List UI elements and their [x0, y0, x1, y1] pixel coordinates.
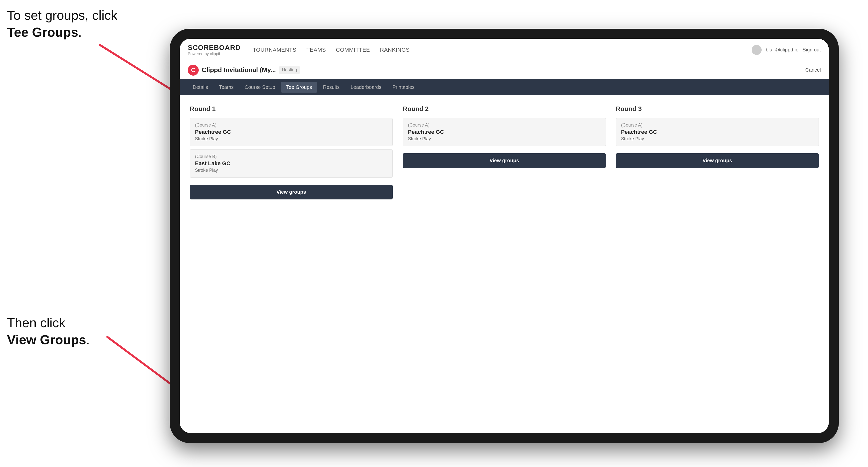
user-area: blair@clippd.io Sign out — [752, 45, 821, 55]
round-1-course-a-name: Peachtree GC — [195, 129, 388, 135]
nav-committee[interactable]: COMMITTEE — [336, 45, 370, 55]
instruction-top-bold: Tee Groups — [7, 25, 78, 39]
nav-teams[interactable]: TEAMS — [306, 45, 326, 55]
tournament-logo: C — [188, 65, 199, 75]
round-3-column: Round 3 (Course A) Peachtree GC Stroke P… — [616, 105, 819, 199]
top-nav: SCOREBOARD Powered by clippit TOURNAMENT… — [180, 39, 829, 61]
tab-teams[interactable]: Teams — [214, 82, 239, 93]
round-2-view-groups-button[interactable]: View groups — [403, 153, 606, 168]
instruction-bottom-bold: View Groups — [7, 333, 86, 347]
user-email: blair@clippd.io — [766, 47, 798, 53]
tab-bar: Details Teams Course Setup Tee Groups Re… — [180, 79, 829, 95]
round-3-course-a-name: Peachtree GC — [621, 129, 813, 135]
logo: SCOREBOARD — [188, 44, 241, 52]
round-2-course-a-name: Peachtree GC — [408, 129, 600, 135]
round-2-course-a-label: (Course A) — [408, 123, 600, 128]
sign-out-link[interactable]: Sign out — [803, 47, 821, 53]
round-2-column: Round 2 (Course A) Peachtree GC Stroke P… — [403, 105, 606, 199]
round-1-column: Round 1 (Course A) Peachtree GC Stroke P… — [190, 105, 393, 199]
round-3-course-a-format: Stroke Play — [621, 136, 813, 142]
sub-nav: C Clippd Invitational (My... Hosting Can… — [180, 61, 829, 79]
round-1-course-b-label: (Course B) — [195, 154, 388, 159]
rounds-container: Round 1 (Course A) Peachtree GC Stroke P… — [190, 105, 819, 199]
round-2-title: Round 2 — [403, 105, 606, 113]
nav-rankings[interactable]: RANKINGS — [380, 45, 410, 55]
cancel-button[interactable]: Cancel — [805, 67, 821, 73]
round-2-course-a-format: Stroke Play — [408, 136, 600, 142]
round-1-view-groups-button[interactable]: View groups — [190, 185, 393, 199]
tab-course-setup[interactable]: Course Setup — [240, 82, 280, 93]
round-1-course-a-label: (Course A) — [195, 123, 388, 128]
logo-text: SCOREBOARD — [188, 44, 241, 52]
round-3-course-a-card: (Course A) Peachtree GC Stroke Play — [616, 118, 819, 146]
nav-tournaments[interactable]: TOURNAMENTS — [253, 45, 296, 55]
content-area: Round 1 (Course A) Peachtree GC Stroke P… — [180, 95, 829, 433]
round-1-course-b-name: East Lake GC — [195, 160, 388, 167]
round-2-course-a-card: (Course A) Peachtree GC Stroke Play — [403, 118, 606, 146]
tournament-title: C Clippd Invitational (My... Hosting — [188, 65, 805, 75]
tab-tee-groups[interactable]: Tee Groups — [281, 82, 317, 93]
round-1-course-a-card: (Course A) Peachtree GC Stroke Play — [190, 118, 393, 146]
tablet-screen: SCOREBOARD Powered by clippit TOURNAMENT… — [180, 39, 829, 433]
tab-leaderboards[interactable]: Leaderboards — [345, 82, 386, 93]
instruction-top: To set groups, click Tee Groups. — [7, 7, 117, 41]
round-3-course-a-label: (Course A) — [621, 123, 813, 128]
round-1-title: Round 1 — [190, 105, 393, 113]
tournament-name: Clippd Invitational (My... — [202, 66, 276, 74]
tab-details[interactable]: Details — [188, 82, 213, 93]
round-1-course-b-format: Stroke Play — [195, 168, 388, 173]
round-3-view-groups-button[interactable]: View groups — [616, 153, 819, 168]
round-1-course-b-card: (Course B) East Lake GC Stroke Play — [190, 149, 393, 178]
instruction-bottom-line1: Then click — [7, 315, 65, 330]
avatar — [752, 45, 762, 55]
tab-printables[interactable]: Printables — [388, 82, 420, 93]
logo-sub: Powered by clippit — [188, 52, 241, 56]
tournament-logo-letter: C — [191, 67, 195, 74]
tablet-device: SCOREBOARD Powered by clippit TOURNAMENT… — [170, 29, 839, 443]
round-3-title: Round 3 — [616, 105, 819, 113]
tournament-badge: Hosting — [279, 66, 300, 74]
instruction-top-line1: To set groups, click — [7, 8, 117, 23]
logo-area: SCOREBOARD Powered by clippit — [188, 44, 241, 56]
round-1-course-a-format: Stroke Play — [195, 136, 388, 142]
main-nav: TOURNAMENTS TEAMS COMMITTEE RANKINGS — [253, 45, 752, 55]
tab-results[interactable]: Results — [318, 82, 345, 93]
